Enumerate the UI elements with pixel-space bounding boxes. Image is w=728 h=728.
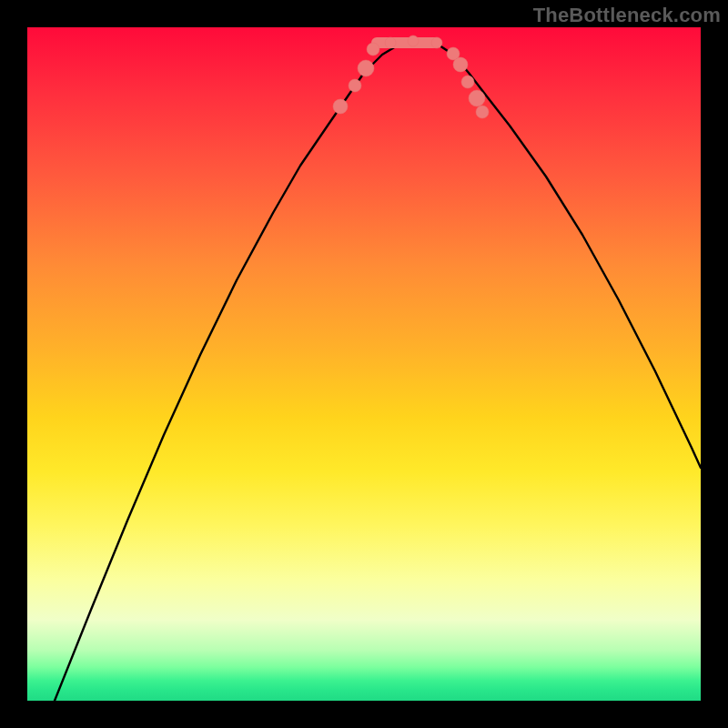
marker-bar	[371, 37, 440, 48]
curve-line	[55, 40, 701, 701]
svg-point-4	[367, 43, 379, 56]
svg-point-2	[349, 79, 361, 92]
svg-point-11	[469, 90, 485, 106]
svg-point-12	[476, 106, 489, 118]
svg-point-10	[461, 76, 474, 88]
svg-point-1	[333, 99, 348, 114]
chart-svg	[27, 27, 701, 701]
svg-point-9	[453, 57, 468, 72]
chart-frame: TheBottleneck.com	[0, 0, 728, 728]
svg-point-3	[358, 60, 374, 76]
plot-area	[27, 27, 701, 701]
watermark-text: TheBottleneck.com	[533, 4, 721, 27]
svg-point-6	[408, 35, 419, 46]
svg-point-5	[385, 37, 396, 48]
svg-point-7	[431, 37, 442, 48]
svg-rect-0	[371, 37, 440, 48]
